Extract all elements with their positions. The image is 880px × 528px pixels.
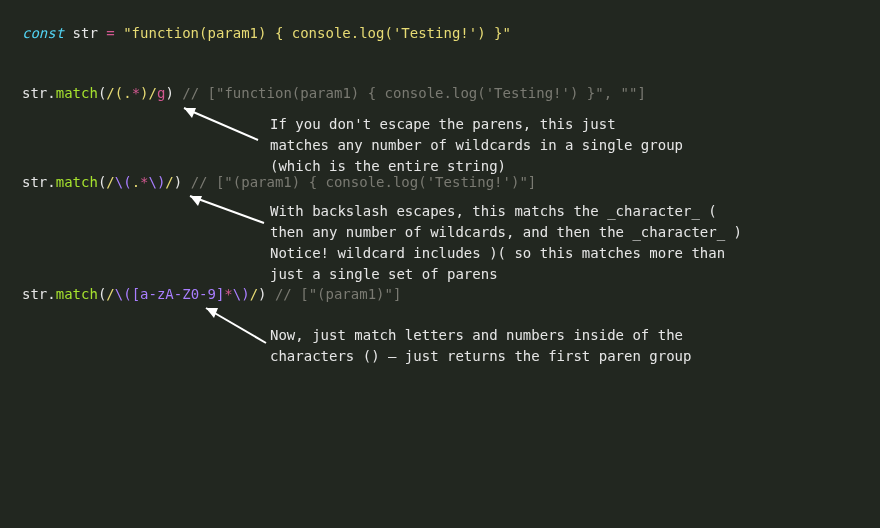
- svg-marker-5: [206, 308, 218, 318]
- token-ident: str: [22, 85, 47, 101]
- token-dot: .: [47, 286, 55, 302]
- token-regex-dot: .: [123, 85, 131, 101]
- token-regex-delim: /: [106, 286, 114, 302]
- arrow-icon: [162, 102, 262, 162]
- token-regex-star: *: [140, 174, 148, 190]
- svg-marker-3: [190, 196, 202, 206]
- arrow-icon: [170, 191, 270, 241]
- token-regex-charclass: [a-zA-Z0-9]: [132, 286, 225, 302]
- token-paren: ): [258, 286, 275, 302]
- token-comment: // ["function(param1) { console.log('Tes…: [182, 85, 646, 101]
- token-regex-star: *: [132, 85, 140, 101]
- token-regex-group-open: (: [115, 85, 123, 101]
- example-block-2: str.match(/\(.*\)/) // ["(param1) { cons…: [22, 173, 858, 193]
- token-method: match: [56, 174, 98, 190]
- token-dot: .: [47, 174, 55, 190]
- token-regex-escape: \): [233, 286, 250, 302]
- code-line-ex1: str.match(/(.*)/g) // ["function(param1)…: [22, 84, 858, 104]
- token-comment: // ["(param1)"]: [275, 286, 401, 302]
- token-regex-delim: /: [106, 85, 114, 101]
- token-regex-delim: /: [149, 85, 157, 101]
- token-ident: str: [64, 25, 106, 41]
- arrow-icon: [192, 303, 282, 353]
- token-regex-delim: /: [106, 174, 114, 190]
- svg-line-4: [206, 308, 266, 343]
- token-regex-escape: \): [149, 174, 166, 190]
- example-block-3: str.match(/\([a-zA-Z0-9]*\)/) // ["(para…: [22, 285, 858, 305]
- token-regex-delim: /: [165, 174, 173, 190]
- token-regex-star: *: [224, 286, 232, 302]
- token-regex-escape: \(: [115, 286, 132, 302]
- token-dot: .: [47, 85, 55, 101]
- token-regex-escape: \(: [115, 174, 132, 190]
- token-paren: ): [174, 174, 191, 190]
- annotation-text: Now, just match letters and numbers insi…: [270, 325, 691, 367]
- token-paren: ): [165, 85, 182, 101]
- token-method: match: [56, 85, 98, 101]
- token-regex-delim: /: [250, 286, 258, 302]
- token-ident: str: [22, 286, 47, 302]
- token-method: match: [56, 286, 98, 302]
- token-regex-dot: .: [132, 174, 140, 190]
- svg-marker-1: [184, 108, 196, 118]
- token-ident: str: [22, 174, 47, 190]
- token-regex-group-close: ): [140, 85, 148, 101]
- code-line-ex3: str.match(/\([a-zA-Z0-9]*\)/) // ["(para…: [22, 285, 858, 305]
- annotation-text: With backslash escapes, this matchs the …: [270, 201, 742, 285]
- token-string: "function(param1) { console.log('Testing…: [115, 25, 511, 41]
- token-operator: =: [106, 25, 114, 41]
- code-line-declaration: const str = "function(param1) { console.…: [22, 24, 858, 44]
- code-line-ex2: str.match(/\(.*\)/) // ["(param1) { cons…: [22, 173, 858, 193]
- svg-line-0: [184, 108, 258, 140]
- example-block-1: str.match(/(.*)/g) // ["function(param1)…: [22, 84, 858, 104]
- token-keyword: const: [22, 25, 64, 41]
- annotation-text: If you don't escape the parens, this jus…: [270, 114, 683, 177]
- svg-line-2: [190, 196, 264, 223]
- token-comment: // ["(param1) { console.log('Testing!')"…: [191, 174, 537, 190]
